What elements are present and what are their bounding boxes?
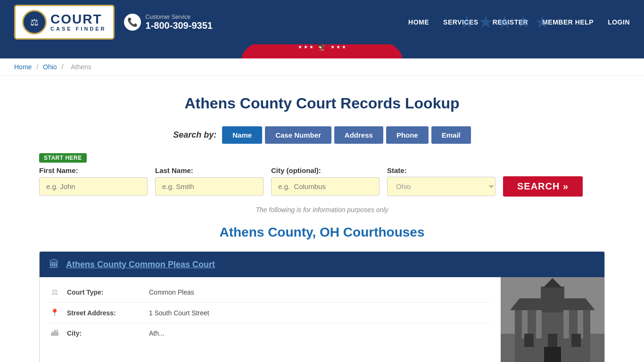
arch-bar: ★ ★ ★ 🦅 ★ ★ ★ (0, 44, 644, 58)
logo: ⚖ COURT CASE FINDER (14, 5, 115, 40)
search-button[interactable]: SEARCH » (503, 176, 583, 197)
eagle-area: ★ ★ ★ 🦅 ★ ★ ★ (298, 44, 346, 51)
nav-login[interactable]: LOGIN (608, 18, 630, 26)
logo-emblem: ⚖ (22, 10, 47, 34)
svg-rect-12 (571, 334, 581, 347)
breadcrumb-home[interactable]: Home (14, 63, 32, 71)
street-address-value: 1 South Court Street (149, 309, 209, 317)
svg-rect-10 (524, 334, 534, 347)
svg-rect-7 (536, 310, 542, 338)
court-type-label: Court Type: (67, 288, 142, 296)
location-icon: 📍 (49, 308, 60, 317)
first-name-input[interactable] (39, 177, 148, 196)
search-form-section: START HERE First Name: Last Name: City (… (39, 153, 605, 197)
emblem-icon: ⚖ (30, 16, 39, 28)
court-card: 🏛 Athens County Common Pleas Court ⚖ Cou… (39, 251, 605, 362)
courthouse-icon: 🏛 (49, 258, 59, 271)
city-row: 🏙 City: Ath... (49, 323, 491, 343)
court-card-image (501, 277, 604, 362)
eagle-icon: 🦅 (317, 44, 327, 51)
court-card-body: ⚖ Court Type: Common Pleas 📍 Street Addr… (40, 277, 604, 362)
nav-member-help[interactable]: MEMBER HELP (542, 18, 594, 26)
breadcrumb-athens: Athens (71, 63, 91, 71)
breadcrumb: Home / Ohio / Athens (0, 58, 644, 76)
court-card-info: ⚖ Court Type: Common Pleas 📍 Street Addr… (40, 277, 501, 362)
tab-email[interactable]: Email (431, 126, 471, 144)
court-type-row: ⚖ Court Type: Common Pleas (49, 282, 491, 303)
street-address-label: Street Address: (67, 309, 142, 317)
form-labels: First Name: Last Name: City (optional): … (39, 166, 605, 174)
star-left: ★ ★ ★ (298, 44, 314, 49)
info-text: The following is for information purpose… (39, 206, 605, 214)
customer-service: 📞 Customer Service 1-800-309-9351 (124, 14, 213, 31)
tab-name[interactable]: Name (222, 126, 262, 144)
city-label: City (optional): (271, 166, 380, 174)
court-type-value: Common Pleas (149, 288, 194, 296)
city-row-value: Ath... (149, 329, 165, 337)
logo-case-finder-label: CASE FINDER (50, 26, 107, 32)
cs-phone: 1-800-309-9351 (146, 20, 213, 31)
courthouse-image-svg (501, 277, 604, 362)
svg-rect-8 (563, 310, 569, 338)
street-address-row: 📍 Street Address: 1 South Court Street (49, 303, 491, 323)
first-name-label: First Name: (39, 166, 148, 174)
breadcrumb-sep-2: / (62, 63, 66, 71)
logo-text: COURT CASE FINDER (50, 13, 107, 32)
cs-text: Customer Service 1-800-309-9351 (146, 14, 213, 31)
svg-rect-11 (548, 334, 557, 347)
cs-label: Customer Service (146, 14, 213, 20)
state-select[interactable]: Ohio Alabama Alaska Arizona California F… (387, 177, 495, 196)
search-by-label: Search by: (173, 130, 216, 140)
tab-phone[interactable]: Phone (386, 126, 429, 144)
last-name-input[interactable] (155, 177, 264, 196)
city-input[interactable] (271, 177, 380, 196)
phone-icon: 📞 (124, 14, 141, 31)
star-right: ★ ★ ★ (330, 44, 346, 49)
state-label: State: (387, 166, 495, 174)
start-here-badge: START HERE (39, 153, 87, 163)
search-by-row: Search by: Name Case Number Address Phon… (39, 126, 605, 144)
tab-address[interactable]: Address (334, 126, 383, 144)
svg-rect-4 (541, 287, 564, 313)
breadcrumb-ohio[interactable]: Ohio (43, 63, 57, 71)
courthouses-title: Athens County, OH Courthouses (39, 225, 605, 240)
last-name-label: Last Name: (155, 166, 264, 174)
stars-decoration: ★ ★ ★ ★ ★ (459, 0, 550, 44)
city-icon: 🏙 (49, 329, 60, 337)
main-content: Athens County Court Records Lookup Searc… (20, 76, 624, 362)
nav-home[interactable]: HOME (408, 18, 429, 26)
breadcrumb-sep-1: / (36, 63, 40, 71)
court-card-title[interactable]: Athens County Common Pleas Court (66, 260, 215, 270)
logo-court-label: COURT (50, 13, 107, 26)
page-title: Athens County Court Records Lookup (39, 95, 605, 112)
tab-case-number[interactable]: Case Number (265, 126, 331, 144)
form-inputs: Ohio Alabama Alaska Arizona California F… (39, 176, 605, 197)
svg-rect-13 (544, 347, 561, 362)
court-card-header: 🏛 Athens County Common Pleas Court (40, 252, 604, 277)
site-header: ⚖ COURT CASE FINDER 📞 Customer Service 1… (0, 0, 644, 44)
header-left: ⚖ COURT CASE FINDER 📞 Customer Service 1… (14, 5, 213, 40)
arch-inner: ★ ★ ★ 🦅 ★ ★ ★ (242, 44, 402, 58)
gavel-icon: ⚖ (49, 288, 60, 296)
city-row-label: City: (67, 329, 142, 337)
